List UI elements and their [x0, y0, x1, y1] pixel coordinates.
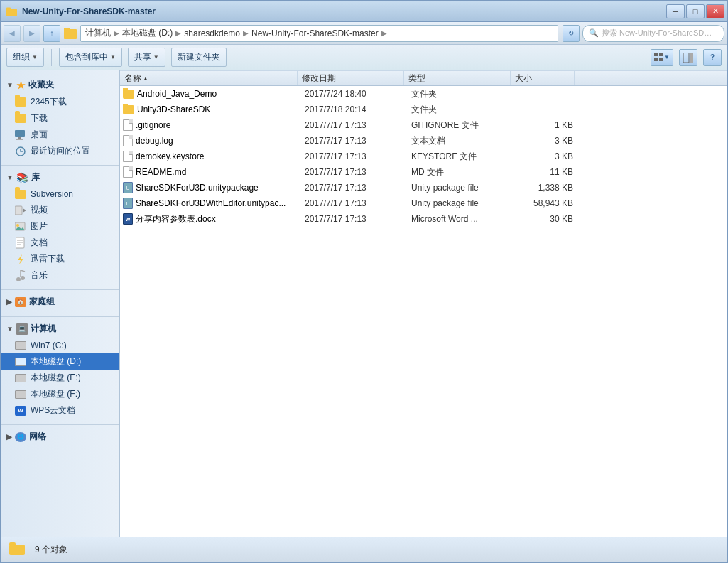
- sidebar-item-desktop-label: 桌面: [31, 129, 48, 141]
- col-header-date[interactable]: 修改日期: [298, 71, 404, 85]
- file-icon: [123, 135, 133, 146]
- table-row[interactable]: Android_Java_Demo 2017/7/24 18:40 文件夹: [120, 86, 727, 102]
- window-title: New-Unity-For-ShareSDK-master: [22, 6, 156, 16]
- breadcrumb-folder1[interactable]: sharesdkdemo: [184, 28, 240, 38]
- forward-button[interactable]: ▶: [23, 25, 40, 42]
- column-headers: 名称 ▲ 修改日期 类型 大小: [120, 70, 727, 86]
- unity-icon: U: [123, 198, 133, 209]
- sidebar-item-music[interactable]: 音乐: [1, 267, 119, 284]
- table-row[interactable]: demokey.keystore 2017/7/17 17:13 KEYSTOR…: [120, 149, 727, 164]
- col-header-name[interactable]: 名称 ▲: [120, 71, 298, 85]
- sidebar-item-recent-label: 最近访问的位置: [31, 145, 90, 157]
- sidebar-computer-header[interactable]: ▼ 💻 计算机: [1, 320, 119, 338]
- sidebar-item-documents[interactable]: 文档: [1, 235, 119, 251]
- window: New-Unity-For-ShareSDK-master ─ □ ✕ ◀ ▶ …: [0, 0, 728, 563]
- sort-arrow-icon: ▲: [143, 75, 148, 82]
- sidebar-divider-3: [1, 316, 119, 317]
- sidebar-section-libraries: ▼ 📚 库 Subversion 视频: [1, 168, 119, 284]
- favorites-star-icon: ★: [16, 80, 26, 91]
- sidebar-item-pictures[interactable]: 图片: [1, 218, 119, 235]
- video-icon: [15, 205, 26, 216]
- breadcrumb[interactable]: 计算机 ▶ 本地磁盘 (D:) ▶ sharesdkdemo ▶ New-Uni…: [80, 25, 558, 42]
- organize-arrow-icon: ▼: [32, 54, 38, 60]
- file-icon: [123, 119, 133, 131]
- up-button[interactable]: ↑: [43, 25, 60, 42]
- help-button[interactable]: ?: [703, 49, 722, 66]
- file-list: Android_Java_Demo 2017/7/24 18:40 文件夹 Un…: [120, 86, 727, 537]
- svg-rect-14: [15, 206, 22, 215]
- recent-icon: [15, 146, 26, 157]
- breadcrumb-computer[interactable]: 计算机: [85, 27, 111, 39]
- share-button[interactable]: 共享 ▼: [128, 48, 165, 67]
- svg-rect-1: [6, 7, 11, 10]
- table-row[interactable]: W 分享内容参数表.docx 2017/7/17 17:13 Microsoft…: [120, 211, 727, 227]
- new-folder-button[interactable]: 新建文件夹: [171, 48, 227, 67]
- drive-c-icon: [15, 340, 26, 351]
- add-to-lib-button[interactable]: 包含到库中 ▼: [59, 48, 122, 67]
- drive-d-icon: [15, 356, 26, 368]
- sidebar-item-thunder[interactable]: 迅雷下载: [1, 251, 119, 267]
- file-size: 1 KB: [514, 120, 577, 130]
- sidebar-item-d-drive[interactable]: 本地磁盘 (D:): [1, 353, 119, 370]
- sidebar-item-f-drive[interactable]: 本地磁盘 (F:): [1, 386, 119, 402]
- breadcrumb-drive[interactable]: 本地磁盘 (D:): [122, 27, 173, 39]
- sidebar-item-e-drive[interactable]: 本地磁盘 (E:): [1, 370, 119, 386]
- computer-toggle-icon: ▼: [6, 325, 13, 333]
- sidebar-divider-2: [1, 289, 119, 290]
- share-arrow-icon: ▼: [153, 54, 159, 60]
- minimize-button[interactable]: ─: [666, 4, 685, 18]
- sidebar-item-2345download[interactable]: 2345下载: [1, 94, 119, 110]
- sidebar-item-e-label: 本地磁盘 (E:): [31, 372, 81, 384]
- sidebar-favorites-header[interactable]: ▼ ★ 收藏夹: [1, 76, 119, 94]
- svg-rect-29: [9, 542, 16, 546]
- preview-pane-icon: [683, 53, 693, 63]
- table-row[interactable]: debug.log 2017/7/17 17:13 文本文档 3 KB: [120, 133, 727, 149]
- sidebar-item-thunder-label: 迅雷下载: [31, 253, 65, 265]
- col-header-type[interactable]: 类型: [404, 71, 511, 85]
- sidebar-libraries-header[interactable]: ▼ 📚 库: [1, 168, 119, 186]
- file-size: 3 KB: [514, 151, 577, 161]
- sidebar-item-video[interactable]: 视频: [1, 202, 119, 218]
- sidebar-section-homegroup: ▶ 🏠 家庭组: [1, 293, 119, 311]
- homegroup-icon: 🏠: [15, 297, 26, 307]
- sidebar-item-wps[interactable]: W WPS云文档: [1, 402, 119, 419]
- svg-rect-10: [15, 130, 25, 137]
- desktop-icon: [15, 129, 26, 141]
- table-row[interactable]: README.md 2017/7/17 17:13 MD 文件 11 KB: [120, 164, 727, 180]
- breadcrumb-folder2[interactable]: New-Unity-For-ShareSDK-master: [251, 28, 379, 38]
- network-label: 网络: [29, 431, 46, 443]
- file-type: Unity package file: [407, 198, 514, 208]
- table-row[interactable]: U ShareSDKForU3D.unitypackage 2017/7/17 …: [120, 180, 727, 195]
- sidebar-item-documents-label: 文档: [31, 237, 48, 249]
- table-row[interactable]: U ShareSDKForU3DWithEditor.unitypac... 2…: [120, 195, 727, 211]
- sidebar-item-recent[interactable]: 最近访问的位置: [1, 143, 119, 159]
- file-name: Unity3D-ShareSDK: [123, 104, 300, 115]
- col-header-size[interactable]: 大小: [511, 71, 575, 85]
- maximize-button[interactable]: □: [686, 4, 705, 18]
- preview-pane-button[interactable]: [679, 49, 697, 66]
- toolbar-separator-1: [51, 49, 52, 66]
- search-box[interactable]: 🔍 搜索 New-Unity-For-ShareSDK-ma...: [582, 25, 724, 42]
- file-size: 30 KB: [514, 214, 577, 224]
- folder-icon: [123, 88, 134, 100]
- sidebar-item-d-label: 本地磁盘 (D:): [31, 355, 81, 368]
- sidebar-item-desktop[interactable]: 桌面: [1, 127, 119, 143]
- svg-point-17: [16, 224, 19, 227]
- back-button[interactable]: ◀: [4, 25, 21, 42]
- table-row[interactable]: .gitignore 2017/7/17 17:13 GITIGNORE 文件 …: [120, 117, 727, 133]
- organize-button[interactable]: 组织 ▼: [6, 48, 44, 67]
- sidebar-section-favorites: ▼ ★ 收藏夹 2345下载 下载: [1, 76, 119, 159]
- view-toggle-button[interactable]: ▼: [651, 49, 673, 66]
- sidebar-homegroup-header[interactable]: ▶ 🏠 家庭组: [1, 293, 119, 311]
- sidebar-item-c-drive[interactable]: Win7 (C:): [1, 338, 119, 353]
- close-button[interactable]: ✕: [706, 4, 724, 18]
- file-type: Unity package file: [407, 183, 514, 193]
- table-row[interactable]: Unity3D-ShareSDK 2017/7/18 20:14 文件夹: [120, 102, 727, 117]
- refresh-button[interactable]: ↻: [563, 25, 580, 42]
- address-bar: ◀ ▶ ↑ 计算机 ▶ 本地磁盘 (D:) ▶ sharesdkdemo ▶ N…: [1, 22, 727, 45]
- sidebar-network-header[interactable]: ▶ 🌐 网络: [1, 428, 119, 446]
- file-date: 2017/7/17 17:13: [300, 167, 407, 177]
- file-type: Microsoft Word ...: [407, 214, 514, 224]
- sidebar-item-subversion[interactable]: Subversion: [1, 186, 119, 202]
- sidebar-item-download[interactable]: 下载: [1, 110, 119, 127]
